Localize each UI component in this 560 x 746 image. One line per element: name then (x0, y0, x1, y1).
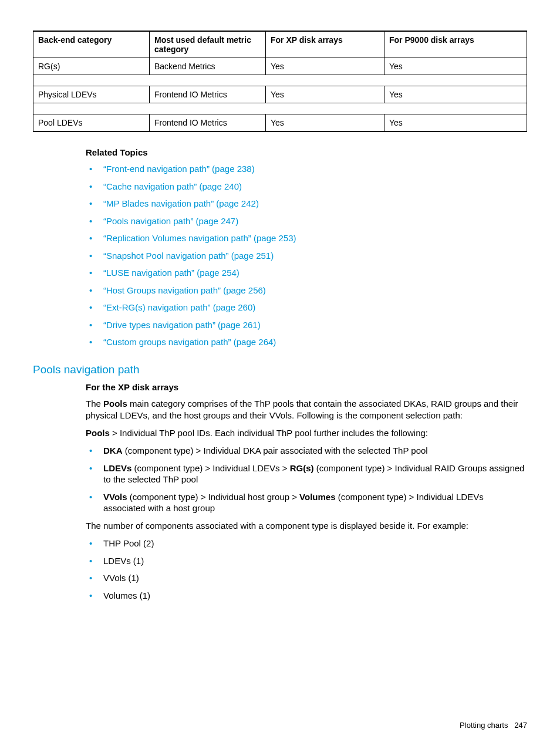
related-topic-item: “Replication Volumes navigation path” (p… (86, 232, 527, 244)
table-cell: Yes (266, 58, 384, 75)
list-item: DKA (component type) > Individual DKA pa… (86, 445, 527, 457)
related-topic-item: “LUSE navigation path” (page 254) (86, 267, 527, 279)
related-topic-item: “Ext-RG(s) navigation path” (page 260) (86, 302, 527, 313)
subsection-heading: For the XP disk arrays (86, 382, 527, 392)
paragraph: The Pools main category comprises of the… (86, 398, 527, 422)
table-header: Back-end category (33, 31, 150, 58)
table-cell: RG(s) (33, 58, 150, 75)
related-topic-item: “Pools navigation path” (page 247) (86, 215, 527, 227)
related-topic-link[interactable]: “Pools navigation path” (page 247) (103, 216, 238, 226)
related-topic-link[interactable]: “Drive types navigation path” (page 261) (103, 320, 261, 330)
related-topic-item: “Drive types navigation path” (page 261) (86, 319, 527, 331)
related-topic-link[interactable]: “Snapshot Pool navigation path” (page 25… (103, 251, 274, 261)
table-header: For XP disk arrays (266, 31, 384, 58)
related-topic-link[interactable]: “Host Groups navigation path” (page 256) (103, 285, 266, 295)
table-cell: Yes (266, 114, 384, 132)
list-item: VVols (component type) > Individual host… (86, 491, 527, 514)
list-item: Volumes (1) (86, 590, 527, 602)
related-topic-link[interactable]: “Front-end navigation path” (page 238) (103, 164, 255, 174)
table-cell: Yes (384, 86, 527, 103)
paragraph: The number of components associated with… (86, 520, 527, 532)
table-cell: Frontend IO Metrics (150, 114, 266, 132)
related-topic-item: “Host Groups navigation path” (page 256) (86, 285, 527, 296)
table-header-row: Back-end category Most used default metr… (33, 31, 527, 58)
table-cell: Pool LDEVs (33, 114, 150, 132)
table-row: Pool LDEVs Frontend IO Metrics Yes Yes (33, 114, 527, 132)
component-path-list: DKA (component type) > Individual DKA pa… (86, 445, 527, 514)
list-item: LDEVs (component type) > Individual LDEV… (86, 463, 527, 485)
related-topic-item: “Snapshot Pool navigation path” (page 25… (86, 250, 527, 262)
related-topic-item: “Cache navigation path” (page 240) (86, 181, 527, 193)
page-footer: Plotting charts 247 (460, 721, 527, 730)
table-row: Physical LDEVs Frontend IO Metrics Yes Y… (33, 86, 527, 103)
related-topics-list: “Front-end navigation path” (page 238)“C… (86, 163, 527, 348)
list-item: THP Pool (2) (86, 538, 527, 549)
section-heading: Pools navigation path (33, 363, 527, 376)
example-list: THP Pool (2)LDEVs (1)VVols (1)Volumes (1… (86, 538, 527, 601)
related-topics-heading: Related Topics (86, 147, 527, 157)
table-cell: Frontend IO Metrics (150, 86, 266, 103)
related-topic-link[interactable]: “MP Blades navigation path” (page 242) (103, 198, 259, 208)
related-topic-item: “MP Blades navigation path” (page 242) (86, 198, 527, 210)
related-topic-link[interactable]: “Ext-RG(s) navigation path” (page 260) (103, 302, 255, 312)
table-cell: Yes (384, 114, 527, 132)
table-header: Most used default metric category (150, 31, 266, 58)
related-topic-item: “Front-end navigation path” (page 238) (86, 163, 527, 175)
related-topic-link[interactable]: “LUSE navigation path” (page 254) (103, 268, 239, 278)
related-topic-link[interactable]: “Custom groups navigation path” (page 26… (103, 337, 276, 347)
paragraph: Pools > Individual ThP pool IDs. Each in… (86, 427, 527, 439)
backend-table: Back-end category Most used default metr… (33, 31, 527, 132)
related-topic-link[interactable]: “Cache navigation path” (page 240) (103, 181, 242, 191)
table-header: For P9000 disk arrays (384, 31, 527, 58)
table-cell: Physical LDEVs (33, 86, 150, 103)
list-item: LDEVs (1) (86, 555, 527, 567)
table-cell: Backend Metrics (150, 58, 266, 75)
related-topic-link[interactable]: “Replication Volumes navigation path” (p… (103, 233, 296, 243)
table-row: RG(s) Backend Metrics Yes Yes (33, 58, 527, 75)
table-cell: Yes (384, 58, 527, 75)
related-topic-item: “Custom groups navigation path” (page 26… (86, 336, 527, 348)
table-cell: Yes (266, 86, 384, 103)
list-item: VVols (1) (86, 572, 527, 584)
